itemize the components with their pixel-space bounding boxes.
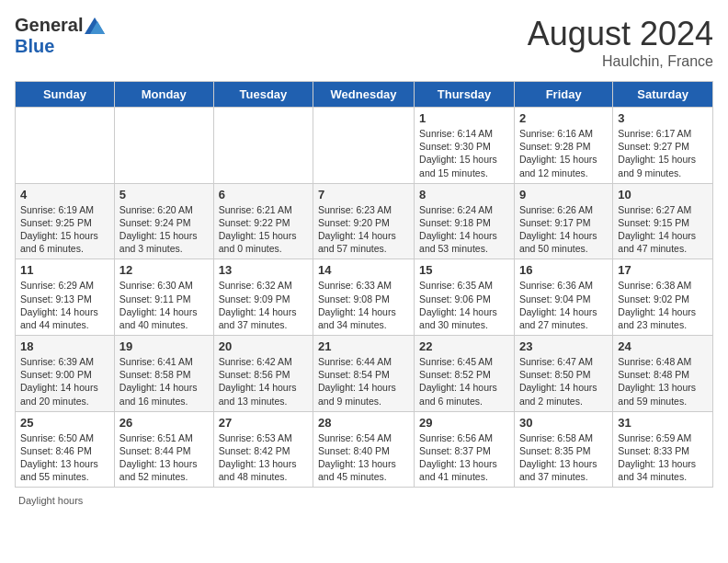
day-number: 16 [519,263,608,277]
day-number: 8 [419,188,509,201]
day-info: Sunrise: 6:44 AM Sunset: 8:54 PM Dayligh… [318,355,409,408]
day-info: Sunrise: 6:38 AM Sunset: 9:02 PM Dayligh… [618,279,708,331]
day-number: 10 [618,188,708,201]
calendar-cell: 12Sunrise: 6:30 AM Sunset: 9:11 PM Dayli… [114,259,213,336]
day-info: Sunrise: 6:23 AM Sunset: 9:20 PM Dayligh… [318,203,409,256]
calendar-cell [16,108,115,184]
day-number: 18 [20,339,109,353]
calendar-cell [213,108,313,184]
day-info: Sunrise: 6:29 AM Sunset: 9:13 PM Dayligh… [20,279,109,331]
calendar-weekday-monday: Monday [114,82,213,108]
calendar-week-row: 25Sunrise: 6:50 AM Sunset: 8:46 PM Dayli… [16,411,713,488]
day-number: 3 [618,111,708,125]
daylight-hours-label: Daylight hours [18,495,83,506]
day-info: Sunrise: 6:30 AM Sunset: 9:11 PM Dayligh… [119,279,209,331]
calendar-cell: 22Sunrise: 6:45 AM Sunset: 8:52 PM Dayli… [415,336,515,412]
calendar-cell: 1Sunrise: 6:14 AM Sunset: 9:30 PM Daylig… [415,108,515,184]
calendar-cell: 30Sunrise: 6:58 AM Sunset: 8:35 PM Dayli… [514,411,612,488]
logo-icon [85,17,105,34]
calendar-cell: 10Sunrise: 6:27 AM Sunset: 9:15 PM Dayli… [613,183,713,259]
calendar-week-row: 11Sunrise: 6:29 AM Sunset: 9:13 PM Dayli… [16,259,713,336]
day-info: Sunrise: 6:14 AM Sunset: 9:30 PM Dayligh… [419,127,509,179]
day-number: 11 [20,263,109,277]
calendar-cell: 16Sunrise: 6:36 AM Sunset: 9:04 PM Dayli… [514,259,612,336]
day-info: Sunrise: 6:56 AM Sunset: 8:37 PM Dayligh… [419,431,509,484]
day-info: Sunrise: 6:16 AM Sunset: 9:28 PM Dayligh… [519,127,608,179]
day-info: Sunrise: 6:50 AM Sunset: 8:46 PM Dayligh… [20,431,109,484]
day-number: 2 [519,111,608,125]
title-block: August 2024 Haulchin, France [528,15,713,70]
calendar-cell: 31Sunrise: 6:59 AM Sunset: 8:33 PM Dayli… [613,411,713,488]
day-number: 13 [219,263,308,277]
calendar-cell: 9Sunrise: 6:26 AM Sunset: 9:17 PM Daylig… [514,183,612,259]
calendar-cell: 23Sunrise: 6:47 AM Sunset: 8:50 PM Dayli… [514,336,612,412]
day-number: 19 [119,339,209,353]
day-number: 12 [119,263,209,277]
calendar-cell: 4Sunrise: 6:19 AM Sunset: 9:25 PM Daylig… [16,183,115,259]
day-info: Sunrise: 6:53 AM Sunset: 8:42 PM Dayligh… [219,431,308,484]
calendar-cell: 3Sunrise: 6:17 AM Sunset: 9:27 PM Daylig… [613,108,713,184]
calendar-cell: 2Sunrise: 6:16 AM Sunset: 9:28 PM Daylig… [514,108,612,184]
calendar-weekday-wednesday: Wednesday [313,82,415,108]
day-number: 6 [219,188,308,201]
day-info: Sunrise: 6:45 AM Sunset: 8:52 PM Dayligh… [419,355,509,408]
day-info: Sunrise: 6:42 AM Sunset: 8:56 PM Dayligh… [219,355,308,408]
day-number: 5 [119,188,209,201]
day-info: Sunrise: 6:41 AM Sunset: 8:58 PM Dayligh… [119,355,209,408]
day-number: 28 [318,416,409,430]
calendar-cell: 15Sunrise: 6:35 AM Sunset: 9:06 PM Dayli… [415,259,515,336]
calendar-cell: 6Sunrise: 6:21 AM Sunset: 9:22 PM Daylig… [213,183,313,259]
logo-blue-text: Blue [15,36,54,57]
day-number: 27 [219,416,308,430]
day-number: 23 [519,339,608,353]
calendar-week-row: 1Sunrise: 6:14 AM Sunset: 9:30 PM Daylig… [16,108,713,184]
day-info: Sunrise: 6:21 AM Sunset: 9:22 PM Dayligh… [219,203,308,256]
day-number: 31 [618,416,708,430]
day-number: 22 [419,339,509,353]
day-info: Sunrise: 6:36 AM Sunset: 9:04 PM Dayligh… [519,279,608,331]
calendar-weekday-sunday: Sunday [16,82,115,108]
calendar-cell: 26Sunrise: 6:51 AM Sunset: 8:44 PM Dayli… [114,411,213,488]
day-info: Sunrise: 6:48 AM Sunset: 8:48 PM Dayligh… [618,355,708,408]
day-number: 26 [119,416,209,430]
calendar-cell: 13Sunrise: 6:32 AM Sunset: 9:09 PM Dayli… [213,259,313,336]
day-number: 1 [419,111,509,125]
day-number: 17 [618,263,708,277]
calendar-weekday-thursday: Thursday [415,82,515,108]
day-info: Sunrise: 6:58 AM Sunset: 8:35 PM Dayligh… [519,431,608,484]
day-number: 4 [20,188,109,201]
day-info: Sunrise: 6:39 AM Sunset: 9:00 PM Dayligh… [20,355,109,408]
calendar-cell: 21Sunrise: 6:44 AM Sunset: 8:54 PM Dayli… [313,336,415,412]
calendar-weekday-friday: Friday [514,82,612,108]
day-info: Sunrise: 6:59 AM Sunset: 8:33 PM Dayligh… [618,431,708,484]
day-info: Sunrise: 6:33 AM Sunset: 9:08 PM Dayligh… [318,279,409,331]
calendar-cell: 29Sunrise: 6:56 AM Sunset: 8:37 PM Dayli… [415,411,515,488]
day-number: 15 [419,263,509,277]
location-subtitle: Haulchin, France [528,53,713,70]
calendar-cell: 18Sunrise: 6:39 AM Sunset: 9:00 PM Dayli… [16,336,115,412]
page-header: General Blue August 2024 Haulchin, Franc… [15,15,713,70]
day-number: 9 [519,188,608,201]
day-number: 30 [519,416,608,430]
calendar-cell: 11Sunrise: 6:29 AM Sunset: 9:13 PM Dayli… [16,259,115,336]
calendar-cell: 20Sunrise: 6:42 AM Sunset: 8:56 PM Dayli… [213,336,313,412]
calendar-cell: 19Sunrise: 6:41 AM Sunset: 8:58 PM Dayli… [114,336,213,412]
day-info: Sunrise: 6:35 AM Sunset: 9:06 PM Dayligh… [419,279,509,331]
calendar-cell: 25Sunrise: 6:50 AM Sunset: 8:46 PM Dayli… [16,411,115,488]
month-year-title: August 2024 [528,15,713,53]
calendar-week-row: 18Sunrise: 6:39 AM Sunset: 9:00 PM Dayli… [16,336,713,412]
day-info: Sunrise: 6:20 AM Sunset: 9:24 PM Dayligh… [119,203,209,256]
calendar-cell: 14Sunrise: 6:33 AM Sunset: 9:08 PM Dayli… [313,259,415,336]
day-number: 25 [20,416,109,430]
day-number: 7 [318,188,409,201]
day-info: Sunrise: 6:47 AM Sunset: 8:50 PM Dayligh… [519,355,608,408]
calendar-footer: Daylight hours [15,495,713,506]
calendar-cell: 17Sunrise: 6:38 AM Sunset: 9:02 PM Dayli… [613,259,713,336]
calendar-weekday-tuesday: Tuesday [213,82,313,108]
calendar-cell [114,108,213,184]
day-number: 20 [219,339,308,353]
calendar-cell: 8Sunrise: 6:24 AM Sunset: 9:18 PM Daylig… [415,183,515,259]
day-info: Sunrise: 6:24 AM Sunset: 9:18 PM Dayligh… [419,203,509,256]
calendar-weekday-saturday: Saturday [613,82,713,108]
calendar-cell: 28Sunrise: 6:54 AM Sunset: 8:40 PM Dayli… [313,411,415,488]
